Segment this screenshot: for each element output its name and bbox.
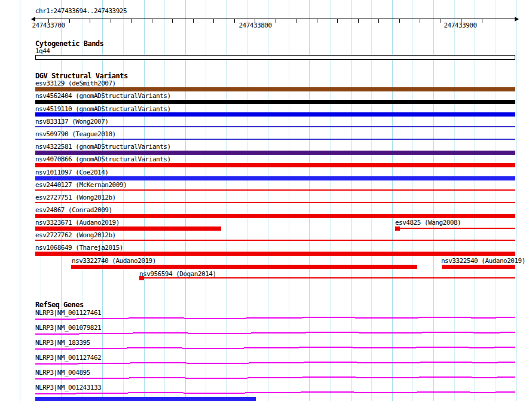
gene-line-segment[interactable] [184,393,245,394]
gene-line-segment[interactable] [182,348,244,349]
gene-line-segment[interactable] [244,347,299,348]
gene-line-segment[interactable] [472,362,498,363]
gene-line-segment[interactable] [133,332,188,333]
cytoband-rect[interactable] [35,55,515,60]
gene-line-segment[interactable] [75,348,127,349]
gene-line-segment[interactable] [306,332,359,333]
gene-line-segment[interactable] [76,393,128,394]
gene-line-segment[interactable] [494,347,515,348]
variant-line[interactable] [35,139,515,140]
grid-line [185,0,186,401]
variant-label: esv2440127 (McKernan2009) [35,182,127,189]
gene-line-segment[interactable] [188,333,251,334]
gene-line-segment[interactable] [246,317,302,319]
gene-line-segment[interactable] [78,363,130,364]
gene-line-segment[interactable] [129,377,185,378]
variant-line[interactable] [35,126,515,127]
gene-line-segment[interactable] [302,376,356,378]
gene-line-segment[interactable] [77,378,129,379]
ruler-tick [482,19,482,23]
gene-line-segment[interactable] [471,317,496,319]
variant-point[interactable] [139,276,144,280]
gene-line-segment[interactable] [249,362,304,363]
gene-line-segment[interactable] [186,363,249,364]
gene-line-segment[interactable] [79,333,133,334]
grid-line [309,0,310,401]
variant-bar[interactable] [442,265,515,269]
gene-line-segment[interactable] [469,347,494,348]
grid-line [454,0,455,401]
gene-line-segment[interactable] [473,332,500,333]
gene-line-segment[interactable] [418,317,471,318]
variant-bar[interactable] [35,151,515,155]
variant-bar[interactable] [35,100,515,104]
gene-line-segment[interactable] [422,332,473,333]
variant-label: nsv3323671 (Audano2019) [35,219,120,226]
variant-bar[interactable] [35,112,515,117]
gene-line-segment[interactable] [302,317,355,318]
gene-line-segment[interactable] [500,332,515,333]
gene-line-segment[interactable] [354,392,417,393]
variant-line[interactable] [35,189,515,191]
gene-line-segment[interactable] [129,317,184,319]
variant-line[interactable] [144,277,515,278]
gene-line-segment[interactable] [35,348,75,350]
gene-line-segment[interactable] [470,392,496,393]
variant-bar[interactable] [35,87,515,91]
gene-line-segment[interactable] [353,347,416,348]
gene-line-segment[interactable] [77,318,129,319]
gene-line-segment[interactable] [247,377,302,378]
variant-bar[interactable] [35,163,515,167]
variant-line[interactable] [35,240,515,241]
ruler-tick [213,19,214,23]
gene-line-segment[interactable] [416,347,469,348]
gene-line-segment[interactable] [301,391,354,393]
variant-label: esv2727751 (Wong2012b) [35,194,116,201]
gene-line-segment[interactable] [472,377,497,378]
variant-label: nsv3322540 (Audano2019) [441,258,525,265]
gene-line-segment[interactable] [419,376,472,378]
grid-line [289,0,289,401]
gene-line-segment[interactable] [359,332,422,333]
gene-line-segment[interactable] [355,317,418,319]
grid-line [433,0,434,401]
variant-bar[interactable] [71,265,417,269]
gene-line-segment[interactable] [130,362,186,363]
variant-label: nsv509790 (Teague2010) [35,131,116,138]
gene-line-segment[interactable] [299,347,353,348]
gene-line-segment[interactable] [496,317,515,318]
gene-line-segment[interactable] [417,391,470,393]
variant-bar[interactable] [35,226,221,231]
variant-label: nsv4562404 (gnomADStructuralVariants) [35,93,171,100]
gene-line-segment[interactable] [420,362,472,363]
variant-bar[interactable] [35,176,515,180]
gene-line-segment[interactable] [185,378,247,379]
gene-line-segment[interactable] [35,363,78,365]
gene-line-segment[interactable] [357,362,420,363]
variant-bar[interactable] [35,214,515,218]
gene-line-segment[interactable] [251,332,306,333]
variant-label: esv33129 (deSmith2007) [35,80,116,87]
ruler-tick [276,19,276,23]
partial-track-bar[interactable] [35,397,256,401]
ruler-tick-label: 247433700 [32,22,65,29]
variant-line[interactable] [400,228,515,229]
gene-line-segment[interactable] [184,318,246,319]
gene-line-segment[interactable] [35,378,77,379]
gene-line-segment[interactable] [356,377,419,378]
ruler-arrow-right-icon [515,17,519,22]
gene-line-segment[interactable] [496,391,515,393]
gene-line-segment[interactable] [304,362,357,363]
variant-bar[interactable] [35,252,515,256]
variant-point[interactable] [395,226,400,231]
gene-line-segment[interactable] [498,362,515,363]
gene-line-segment[interactable] [127,347,182,348]
grid-line [227,0,227,401]
gene-line-segment[interactable] [35,319,77,320]
gene-line-segment[interactable] [497,376,515,378]
gene-line-segment[interactable] [35,393,76,394]
gene-line-segment[interactable] [128,392,184,393]
gene-line-segment[interactable] [35,333,79,335]
variant-line[interactable] [35,202,515,203]
gene-line-segment[interactable] [245,392,301,393]
